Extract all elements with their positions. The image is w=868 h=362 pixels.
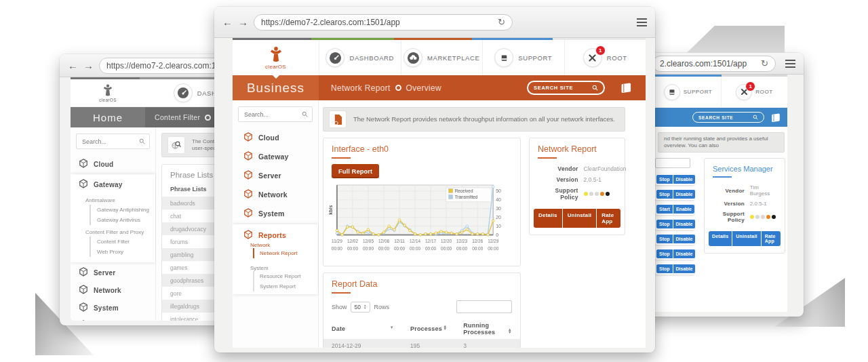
sidebar-search-input[interactable] (243, 110, 302, 119)
sidebar-item-system[interactable]: System (71, 299, 155, 317)
nav-support[interactable]: SUPPORT (655, 77, 721, 107)
disable-button[interactable]: Disable (673, 220, 696, 228)
sidebar-item-network[interactable]: Network (71, 281, 155, 299)
breadcrumb-app[interactable]: Network Report (331, 83, 391, 93)
sidebar-item-gateway[interactable]: Gateway (233, 147, 318, 166)
full-report-button[interactable]: Full Report (332, 164, 379, 178)
details-button[interactable]: Details (534, 209, 562, 228)
svg-text:00:00: 00:00 (363, 246, 374, 251)
nav-support[interactable]: SUPPORT (482, 40, 564, 75)
page-content: SUPPORT 1 ROOT SEARCH SITE nd their runn… (655, 75, 787, 312)
card-title: Services Manager (705, 159, 785, 178)
url-bar[interactable]: https://demo7-2.clearos.com:1501/app ↻ (254, 14, 513, 31)
root-badge: 1 (595, 45, 606, 56)
disable-button[interactable]: Disable (673, 235, 696, 243)
menu-icon[interactable] (785, 60, 795, 68)
select-arrows-icon: ▲▼ (363, 304, 366, 309)
nav-marketplace-label: MARKETPLACE (427, 54, 479, 62)
stop-button[interactable]: Stop (656, 264, 673, 273)
breadcrumb-app[interactable]: Content Filter (155, 113, 200, 121)
tree-leaf-item[interactable]: Gateway Antivirus (90, 215, 155, 225)
enable-button[interactable]: Enable (673, 205, 694, 214)
page-content: clearOS DASHBOARD MARKETPLACE SUPPORT (233, 38, 646, 348)
svg-text:12/11: 12/11 (394, 239, 405, 243)
sidebar-item-system-report[interactable]: System Report (253, 281, 318, 291)
browser-window-center: ← → https://demo7-2.clearos.com:1501/app… (214, 7, 655, 353)
breadcrumb-page: Overview (406, 83, 441, 93)
menu-icon[interactable] (637, 18, 647, 26)
policy-label: Support Policy (536, 187, 584, 201)
site-search[interactable]: SEARCH SITE (692, 112, 764, 123)
tree-leaf-item[interactable]: Gateway Antiphishing (90, 205, 155, 215)
uninstall-button[interactable]: Uninstall (732, 231, 760, 246)
url-bar[interactable]: 2.clearos.com:1501/app ↻ (652, 56, 776, 72)
svg-text:00:00: 00:00 (456, 246, 468, 251)
details-button[interactable]: Details (709, 231, 732, 246)
tree-leaf-item[interactable]: Web Proxy (90, 247, 155, 257)
sidebar-item-server[interactable]: Server (71, 264, 155, 281)
sidebar-item-resource-report[interactable]: Resource Report (253, 271, 318, 281)
stop-button[interactable]: Stop (656, 175, 673, 184)
column-header-running[interactable]: Running Processes▲▼ (455, 319, 520, 339)
start-button[interactable]: Start (656, 205, 673, 214)
cube-icon (79, 159, 88, 169)
disable-button[interactable]: Disable (673, 175, 696, 184)
sidebar-item-reports[interactable]: Reports (233, 226, 318, 242)
nav-dashboard[interactable]: DASHBOARD (319, 40, 401, 75)
report-doc-icon (329, 110, 347, 128)
rate-app-button[interactable]: Rate App (597, 209, 620, 228)
table-filter-input[interactable] (456, 300, 512, 313)
rows-select[interactable]: 50 ▲▼ (351, 302, 371, 313)
sidebar-item-system[interactable]: System (233, 204, 318, 223)
back-arrow-icon[interactable]: ← (222, 17, 233, 27)
sidebar-item-network-report[interactable]: Network Report (253, 248, 318, 258)
stop-button[interactable]: Stop (656, 220, 673, 228)
sidebar-item-cloud[interactable]: Cloud (233, 128, 318, 147)
nav-root[interactable]: 1 ROOT (564, 40, 646, 75)
search-bar: SEARCH SITE (655, 108, 787, 127)
sidebar-search[interactable] (238, 106, 313, 122)
disable-button[interactable]: Disable (673, 190, 696, 199)
service-action-row: StopDisable (655, 263, 694, 275)
sidebar-item-network[interactable]: Network (233, 185, 318, 204)
sidebar-search-input[interactable] (81, 138, 139, 146)
forward-arrow-icon[interactable]: → (83, 60, 94, 71)
site-search[interactable]: SEARCH SITE (527, 81, 605, 95)
app-buttons: DetailsUninstallRate App (705, 228, 785, 253)
logo-text: clearOS (265, 64, 286, 70)
reload-icon[interactable]: ↻ (761, 58, 768, 68)
reload-icon[interactable]: ↻ (498, 17, 505, 27)
stop-button[interactable]: Stop (656, 235, 673, 243)
sidebar-item-label: Gateway (94, 181, 123, 188)
book-icon[interactable] (771, 113, 782, 122)
forward-arrow-icon[interactable]: → (238, 17, 248, 27)
svg-text:00:00: 00:00 (425, 246, 437, 251)
policy-dot (584, 192, 588, 196)
main-area: The Network Report provides network thro… (319, 100, 646, 348)
cube-icon (79, 285, 88, 296)
stop-button[interactable]: Stop (656, 190, 673, 199)
svg-text:40: 40 (496, 197, 501, 202)
reports-group: Reports Network Network Report System Re… (233, 224, 318, 294)
rate-app-button[interactable]: Rate App (762, 231, 781, 246)
stop-button[interactable]: Stop (656, 249, 673, 258)
disable-button[interactable]: Disable (673, 264, 696, 273)
back-arrow-icon[interactable]: ← (68, 60, 78, 71)
book-icon[interactable] (620, 83, 633, 93)
disable-button[interactable]: Disable (673, 249, 696, 258)
sidebar-item-reports[interactable]: Reports (71, 317, 155, 321)
table-filter-input[interactable] (655, 158, 690, 168)
site-search-label: SEARCH SITE (534, 85, 573, 91)
column-header-date[interactable]: Date▼ (323, 319, 402, 339)
nav-root[interactable]: 1 ROOT (721, 77, 787, 107)
sidebar-item-server[interactable]: Server (233, 166, 318, 185)
app-buttons: DetailsUninstallRate App (530, 206, 625, 235)
uninstall-button[interactable]: Uninstall (563, 209, 597, 228)
column-header-processes[interactable]: Processes▲▼ (402, 319, 455, 339)
sidebar-item-gateway[interactable]: Gateway (71, 176, 155, 193)
sidebar-search[interactable] (76, 134, 150, 149)
sidebar-item-cloud[interactable]: Cloud (71, 155, 155, 173)
cube-icon (79, 179, 88, 190)
tree-leaf-item[interactable]: Content Filter (90, 237, 155, 247)
nav-marketplace[interactable]: MARKETPLACE (401, 40, 483, 75)
